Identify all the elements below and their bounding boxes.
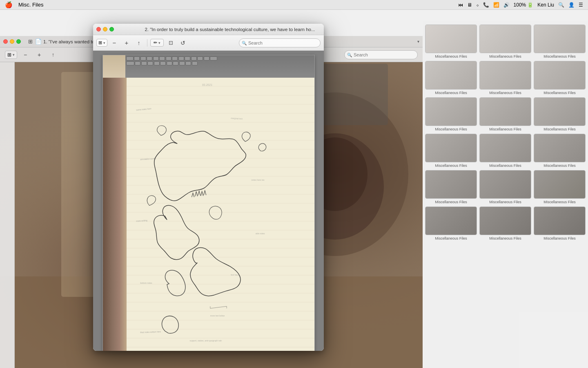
pdf-maximize-button[interactable] xyxy=(109,27,114,31)
menubar-right: ⏮ 🖥 ⬦ 📞 📶 🔊 100% 🔋 Ken Liu 🔍 👤 ☰ xyxy=(458,2,583,8)
thumbnail-image xyxy=(534,206,586,235)
thumbnail-label: Miscellaneous Files xyxy=(543,164,576,168)
crop-button[interactable]: ⊡ xyxy=(165,38,176,47)
menubar: 🍎 Misc. Files ⏮ 🖥 ⬦ 📞 📶 🔊 100% 🔋 Ken Liu… xyxy=(0,0,588,10)
thumbnail-label: Miscellaneous Files xyxy=(435,164,467,168)
list-item[interactable]: Miscellaneous Files xyxy=(479,97,531,131)
page-view-icon: ⊞ xyxy=(98,40,102,45)
app-name[interactable]: Misc. Files xyxy=(18,2,43,8)
apple-logo-icon[interactable]: 🍎 xyxy=(5,1,13,9)
tab-icon: 📄 xyxy=(35,38,42,45)
maximize-button[interactable] xyxy=(16,39,21,44)
list-item[interactable]: Miscellaneous Files xyxy=(534,97,586,131)
list-item[interactable]: Miscellaneous Files xyxy=(479,170,531,204)
thumbnail-image xyxy=(479,97,531,126)
svg-text:text here: text here xyxy=(231,274,239,276)
list-item[interactable]: Miscellaneous Files xyxy=(425,97,477,131)
pdf-share-button[interactable]: ↑ xyxy=(134,38,144,47)
view-selector[interactable]: ⊞ ▾ xyxy=(5,51,17,59)
thumbnail-label: Miscellaneous Files xyxy=(489,54,521,58)
menubar-left: 🍎 Misc. Files xyxy=(5,1,43,9)
thumbnail-label: Miscellaneous Files xyxy=(543,127,576,131)
thumbnail-label: Miscellaneous Files xyxy=(489,236,521,240)
search-container: 🔍 xyxy=(344,50,418,59)
user-name[interactable]: Ken Liu xyxy=(537,2,554,8)
list-item[interactable]: Miscellaneous Files xyxy=(479,25,531,58)
thumbnail-image xyxy=(425,61,477,90)
search-input[interactable] xyxy=(344,50,418,59)
thumbnail-image xyxy=(479,134,531,162)
pdf-window-title: 2. "In order to truly build a sustainabl… xyxy=(139,27,321,32)
toolbar-divider xyxy=(147,39,147,47)
svg-text:support, stakes, anti-typograp: support, stakes, anti-typograph nah xyxy=(189,339,222,342)
pdf-close-button[interactable] xyxy=(96,27,101,31)
wifi-icon[interactable]: 📶 xyxy=(493,2,499,8)
search-icon[interactable]: 🔍 xyxy=(558,2,564,8)
sidebar-panel xyxy=(0,62,15,368)
tab-dropdown-icon[interactable]: ▾ xyxy=(417,39,419,44)
pdf-zoom-in-button[interactable]: + xyxy=(121,38,132,47)
list-item[interactable]: Miscellaneous Files xyxy=(479,206,531,240)
pdf-content-area: 93.2021 some notes here marginal text an… xyxy=(93,51,324,351)
svg-text:annotation words: annotation words xyxy=(140,157,156,160)
sidebar-toggle-icon[interactable]: ⊞ xyxy=(28,38,33,45)
battery-percent: 100% xyxy=(514,2,526,8)
thumbnail-image xyxy=(425,134,477,162)
pdf-minimize-button[interactable] xyxy=(103,27,107,31)
view-chevron-icon: ▾ xyxy=(13,53,15,57)
ext-icon[interactable]: ⬦ xyxy=(476,2,479,8)
time-back-icon[interactable]: ⏮ xyxy=(458,2,463,8)
list-item[interactable]: Miscellaneous Files xyxy=(479,134,531,168)
thumbnail-label: Miscellaneous Files xyxy=(543,91,576,95)
map-sketch-svg: 93.2021 some notes here marginal text an… xyxy=(127,78,314,351)
svg-text:marginal text: marginal text xyxy=(231,117,243,120)
minimize-button[interactable] xyxy=(10,39,14,44)
thumbnail-label: Miscellaneous Files xyxy=(489,127,521,131)
list-item[interactable]: Miscellaneous Files xyxy=(425,206,477,240)
annotate-button[interactable]: ✏ ▾ xyxy=(150,39,164,47)
list-item[interactable]: Miscellaneous Files xyxy=(534,206,586,240)
list-item[interactable]: Miscellaneous Files xyxy=(425,170,477,204)
list-item[interactable]: Miscellaneous Files xyxy=(534,134,586,168)
thumbnail-label: Miscellaneous Files xyxy=(435,236,467,240)
thumbnail-label: Miscellaneous Files xyxy=(543,54,576,58)
pdf-zoom-out-button[interactable]: − xyxy=(109,38,120,47)
list-icon[interactable]: ☰ xyxy=(579,2,583,8)
svg-text:side notes: side notes xyxy=(255,232,265,235)
thumbnail-image xyxy=(479,25,531,53)
list-item[interactable]: Miscellaneous Files xyxy=(534,170,586,204)
close-button[interactable] xyxy=(3,39,8,44)
phone-icon[interactable]: 📞 xyxy=(483,2,489,8)
list-item[interactable]: Miscellaneous Files xyxy=(425,25,477,58)
volume-icon[interactable]: 🔊 xyxy=(503,2,510,8)
zoom-in-button[interactable]: + xyxy=(33,50,45,59)
list-item[interactable]: Miscellaneous Files xyxy=(534,25,586,58)
thumbnail-label: Miscellaneous Files xyxy=(543,200,576,204)
list-item[interactable]: Miscellaneous Files xyxy=(534,61,586,95)
notebook-spine xyxy=(103,78,127,351)
thumbnail-label: Miscellaneous Files xyxy=(489,200,521,204)
share-button[interactable]: ↑ xyxy=(47,50,59,59)
pdf-toolbar: ⊞ ▾ − + ↑ ✏ ▾ ⊡ ↺ 🔍 xyxy=(93,35,324,51)
svg-text:notes here too: notes here too xyxy=(251,179,264,181)
rotate-button[interactable]: ↺ xyxy=(178,38,188,47)
list-item[interactable]: Miscellaneous Files xyxy=(425,61,477,95)
thumbnail-label: Miscellaneous Files xyxy=(489,164,521,168)
pdf-search-input[interactable] xyxy=(239,38,321,47)
svg-text:final notes written here: final notes written here xyxy=(140,330,161,334)
thumbnail-label: Miscellaneous Files xyxy=(543,236,576,240)
thumbnail-label: Miscellaneous Files xyxy=(435,54,467,58)
list-item[interactable]: Miscellaneous Files xyxy=(479,61,531,95)
pdf-page: 93.2021 some notes here marginal text an… xyxy=(102,55,315,351)
user-avatar-icon[interactable]: 👤 xyxy=(568,2,575,8)
thumbnail-image xyxy=(534,134,586,162)
annotate-chevron-icon: ▾ xyxy=(158,41,160,45)
display-icon[interactable]: 🖥 xyxy=(467,2,472,8)
keyboard-area xyxy=(125,55,314,78)
page-view-selector[interactable]: ⊞ ▾ xyxy=(96,39,107,47)
svg-text:93.2021: 93.2021 xyxy=(202,83,212,86)
pdf-search-icon: 🔍 xyxy=(242,40,247,45)
zoom-out-button[interactable]: − xyxy=(20,50,31,59)
thumbnail-image xyxy=(534,25,586,53)
list-item[interactable]: Miscellaneous Files xyxy=(425,134,477,168)
